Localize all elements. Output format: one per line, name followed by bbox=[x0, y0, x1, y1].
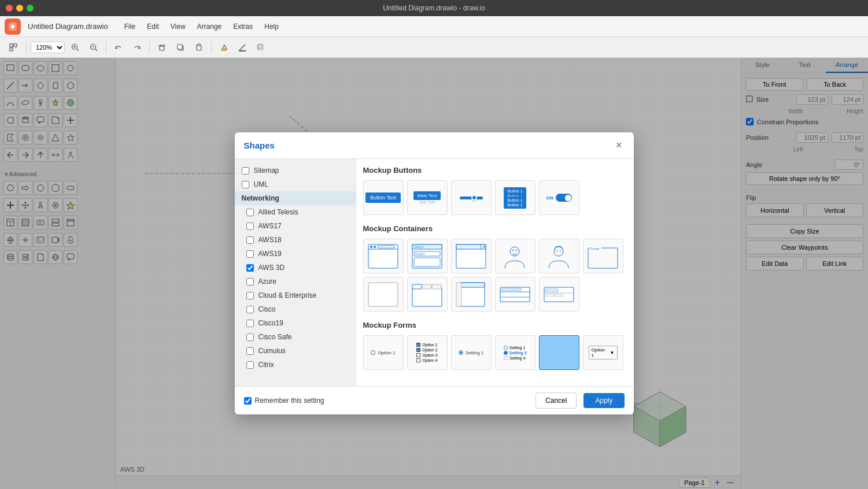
sidebar-item-cisco[interactable]: Cisco bbox=[235, 302, 356, 316]
aws3d-checkbox[interactable] bbox=[246, 264, 254, 272]
svg-point-153 bbox=[515, 249, 518, 251]
maximize-button[interactable] bbox=[27, 5, 34, 12]
delete-button[interactable] bbox=[154, 41, 170, 54]
fill-button[interactable] bbox=[216, 41, 232, 54]
aws18-checkbox[interactable] bbox=[246, 236, 254, 244]
sidebar-item-networking[interactable]: Networking bbox=[235, 191, 356, 205]
shape-cell-slider[interactable] bbox=[451, 180, 492, 215]
shape-cell-dropdown-blue[interactable] bbox=[539, 335, 579, 370]
toolbar-separator bbox=[26, 42, 27, 53]
shape-cell-btn-blue[interactable]: Button Text bbox=[363, 180, 404, 215]
remember-label[interactable]: Remember this setting bbox=[244, 397, 324, 405]
redo-button[interactable] bbox=[129, 41, 145, 54]
menu-edit[interactable]: Edit bbox=[142, 20, 164, 33]
shape-cell-toolbar2[interactable] bbox=[539, 277, 579, 312]
sidebar-item-cisco19[interactable]: Cisco19 bbox=[235, 316, 356, 330]
shape-cell-toolbar1[interactable] bbox=[495, 277, 535, 312]
modal-content: Mockup Buttons Button Text Main Text Sub… bbox=[356, 159, 634, 386]
paste-button[interactable] bbox=[191, 41, 207, 54]
shape-cell-checkgroup[interactable]: Setting 1 Setting 3 Setting 4 bbox=[495, 335, 535, 370]
sidebar-item-allied[interactable]: Allied Telesis bbox=[235, 205, 356, 219]
svg-rect-176 bbox=[545, 294, 554, 297]
shape-cell-btn-main-sub[interactable]: Main Text Sub Text bbox=[407, 180, 448, 215]
shape-cell-browser[interactable] bbox=[363, 239, 404, 273]
shape-cell-panel[interactable]: Group 1 Group 2 bbox=[407, 239, 448, 273]
modal-header: Shapes × bbox=[235, 132, 634, 159]
citrix-checkbox[interactable] bbox=[246, 361, 254, 369]
aws19-checkbox[interactable] bbox=[246, 250, 254, 258]
menu-arrange[interactable]: Arrange bbox=[193, 20, 227, 33]
menu-extras[interactable]: Extras bbox=[228, 20, 257, 33]
remember-checkbox[interactable] bbox=[244, 397, 252, 405]
svg-rect-23 bbox=[259, 46, 264, 50]
sidebar-item-cumulus[interactable]: Cumulus bbox=[235, 344, 356, 358]
sidebar-item-aws18[interactable]: AWS18 bbox=[235, 233, 356, 247]
window-controls[interactable] bbox=[6, 5, 34, 12]
minimize-button[interactable] bbox=[16, 5, 23, 12]
networking-label: Networking bbox=[242, 194, 279, 202]
toolbar: 120% 100% 80% bbox=[0, 37, 868, 58]
toggle-preview: ON bbox=[546, 194, 572, 202]
svg-point-137 bbox=[370, 246, 372, 248]
containers-grid: Group 1 Group 2 bbox=[363, 239, 627, 312]
shape-cell-window2[interactable] bbox=[451, 277, 492, 312]
sidebar-item-sitemap[interactable]: Sitemap bbox=[235, 164, 356, 177]
shape-cell-dropdown[interactable]: Option 1 ▼ bbox=[583, 335, 623, 370]
shape-cell-checkbox[interactable]: ✓Option 1 ✓Option 2 Option 3 Option 4 bbox=[407, 335, 448, 370]
shape-cell-group[interactable]: Group bbox=[583, 239, 623, 273]
uml-label: UML bbox=[254, 180, 268, 188]
section-title-forms: Mockup Forms bbox=[363, 321, 627, 329]
cloud-checkbox[interactable] bbox=[246, 292, 254, 299]
zoom-out-button[interactable] bbox=[86, 41, 102, 54]
btn-main-preview: Main Text bbox=[413, 191, 440, 200]
cisco-safe-checkbox[interactable] bbox=[246, 334, 254, 341]
sidebar-item-uml[interactable]: UML bbox=[235, 177, 356, 191]
modal-overlay: Shapes × Sitemap UML bbox=[0, 58, 868, 489]
cancel-button[interactable]: Cancel bbox=[535, 392, 577, 409]
azure-checkbox[interactable] bbox=[246, 278, 254, 286]
shape-cell-avatar1[interactable] bbox=[495, 239, 535, 273]
modal-close-button[interactable]: × bbox=[614, 139, 625, 151]
zoom-in-button[interactable] bbox=[67, 41, 83, 54]
sidebar-item-cisco-safe[interactable]: Cisco Safe bbox=[235, 330, 356, 344]
cumulus-checkbox[interactable] bbox=[246, 347, 254, 355]
shape-cell-avatar2[interactable] bbox=[539, 239, 579, 273]
close-button[interactable] bbox=[6, 5, 13, 12]
shape-cell-empty[interactable] bbox=[363, 277, 404, 312]
sidebar-item-aws3d[interactable]: AWS 3D bbox=[235, 261, 356, 275]
line-button[interactable] bbox=[234, 41, 250, 54]
sidebar-item-cloud[interactable]: Cloud & Enterprise bbox=[235, 288, 356, 302]
shape-cell-window[interactable] bbox=[451, 239, 492, 273]
shadow-button[interactable] bbox=[253, 41, 269, 54]
menu-help[interactable]: Help bbox=[260, 20, 283, 33]
uml-checkbox[interactable] bbox=[242, 181, 249, 188]
copy-button[interactable] bbox=[172, 41, 189, 54]
sitemap-checkbox[interactable] bbox=[242, 167, 249, 175]
zoom-select[interactable]: 120% 100% 80% bbox=[31, 42, 65, 53]
shapes-modal: Shapes × Sitemap UML bbox=[235, 132, 634, 414]
svg-line-9 bbox=[95, 49, 98, 51]
toolbar-separator-4 bbox=[211, 42, 212, 53]
cisco-checkbox[interactable] bbox=[246, 306, 254, 313]
svg-rect-2 bbox=[14, 44, 17, 47]
menu-view[interactable]: View bbox=[166, 20, 190, 33]
sidebar-item-aws19[interactable]: AWS19 bbox=[235, 247, 356, 261]
format-button[interactable] bbox=[5, 40, 22, 54]
allied-label: Allied Telesis bbox=[258, 208, 298, 216]
shape-cell-radio[interactable]: Option 1 bbox=[363, 335, 404, 370]
shape-cell-toggle[interactable]: ON bbox=[539, 180, 579, 215]
allied-checkbox[interactable] bbox=[246, 209, 254, 216]
undo-button[interactable] bbox=[110, 41, 127, 54]
window-title: Untitled Diagram.drawio - draw.io bbox=[383, 4, 485, 12]
shape-cell-radio2[interactable]: Setting 1 bbox=[451, 335, 492, 370]
shape-cell-btn-list[interactable]: Button 1 Button 1 Button 1 Button 1 bbox=[495, 180, 535, 215]
sidebar-item-citrix[interactable]: Citrix bbox=[235, 358, 356, 372]
shape-cell-tabbar[interactable] bbox=[407, 277, 448, 312]
aws17-checkbox[interactable] bbox=[246, 223, 254, 230]
sidebar-item-azure[interactable]: Azure bbox=[235, 275, 356, 288]
svg-rect-147 bbox=[456, 244, 486, 249]
apply-button[interactable]: Apply bbox=[583, 393, 624, 408]
menu-file[interactable]: File bbox=[120, 20, 140, 33]
sidebar-item-aws17[interactable]: AWS17 bbox=[235, 219, 356, 233]
cisco19-checkbox[interactable] bbox=[246, 320, 254, 327]
